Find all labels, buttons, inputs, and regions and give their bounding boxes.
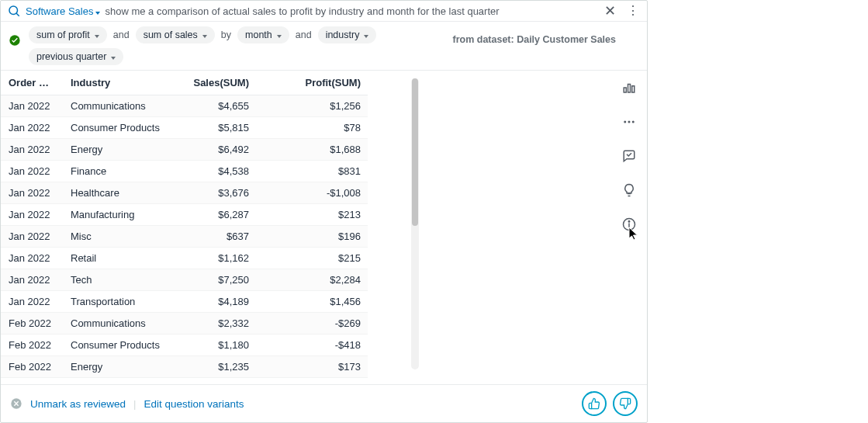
table-scroll[interactable]: Order D… Industry Sales(SUM) Profit(SUM)… [1,71,368,384]
svg-rect-3 [628,85,631,93]
cell: $6,492 [175,139,257,161]
edit-variants-link[interactable]: Edit question variants [144,398,244,410]
chip-label: month [245,29,272,40]
chip-label: sum of profit [36,29,90,40]
table-row[interactable]: Jan 2022Misc$637$196 [1,226,368,248]
separator: | [133,398,136,410]
more-options-button[interactable] [618,111,640,133]
caret-down-icon [109,51,116,62]
cell: $1,688 [257,139,368,161]
cell: $1,162 [175,248,257,269]
cell: Feb 2022 [1,356,63,378]
table-row[interactable]: Jan 2022Manufacturing$6,287$213 [1,204,368,226]
topic-label: Software Sales [26,5,93,17]
table-row[interactable]: Feb 2022Communications$2,332-$269 [1,313,368,335]
close-button[interactable]: ✕ [600,4,621,18]
unmark-x-icon[interactable] [10,397,22,410]
connector-and-2: and [294,29,313,40]
caret-down-icon [275,29,282,40]
chip-industry[interactable]: industry [318,26,377,43]
cell: -$269 [257,313,368,335]
cell: Communications [63,95,175,117]
cell: $637 [175,226,257,248]
q-logo-icon [7,4,21,18]
dataset-label: from dataset: Daily Customer Sales [453,26,640,45]
thumbs-up-button[interactable] [582,391,607,416]
cell: Jan 2022 [1,95,63,117]
feedback-button[interactable] [618,145,640,167]
cell: Feb 2022 [1,313,63,335]
cell: Jan 2022 [1,161,63,182]
chip-sum-of-sales[interactable]: sum of sales [136,26,215,43]
feedback-thumbs [582,391,638,416]
cell: Finance [63,161,175,182]
interpretation-row: sum of profit and sum of sales by month … [1,22,647,71]
table-row[interactable]: Jan 2022Consumer Products$5,815$78 [1,117,368,139]
cell: Consumer Products [63,117,175,139]
query-token-underlined[interactable]: profit [290,5,313,17]
query-token-underlined[interactable]: actual sales [223,5,276,17]
cell: Healthcare [63,182,175,204]
table-row[interactable]: Jan 2022Transportation$4,189$1,456 [1,291,368,313]
cell: $3,676 [175,182,257,204]
table-row[interactable]: Feb 2022Energy$1,235$173 [1,356,368,378]
table-row[interactable]: Jan 2022Retail$1,162$215 [1,248,368,269]
col-profit-sum[interactable]: Profit(SUM) [257,71,368,95]
unmark-reviewed-link[interactable]: Unmark as reviewed [30,398,126,410]
cell: Jan 2022 [1,117,63,139]
chip-previous-quarter[interactable]: previous quarter [29,48,123,65]
cell: Energy [63,139,175,161]
chip-label: industry [326,29,360,40]
cell: -$418 [257,335,368,356]
cell: $173 [257,356,368,378]
kebab-menu-icon[interactable]: ⋮ [625,5,641,17]
cell: Energy [63,356,175,378]
cell: $7,250 [175,269,257,291]
cell: Misc [63,226,175,248]
col-industry[interactable]: Industry [63,71,175,95]
query-token-underlined[interactable]: month [386,5,414,17]
cell: Jan 2022 [1,139,63,161]
topic-select[interactable]: Software Sales [26,5,100,17]
caret-down-icon [95,5,100,17]
footer-bar: Unmark as reviewed | Edit question varia… [1,384,647,422]
thumbs-down-button[interactable] [613,391,638,416]
cell: Consumer Products [63,335,175,356]
cell: $215 [257,248,368,269]
cell: Jan 2022 [1,226,63,248]
chart-type-button[interactable] [618,77,640,99]
scrollbar-thumb[interactable] [412,78,418,226]
chip-sum-of-profit[interactable]: sum of profit [29,26,107,43]
chip-label: previous quarter [36,51,106,62]
query-token-underlined[interactable]: quarter [467,5,499,17]
table-row[interactable]: Jan 2022Finance$4,538$831 [1,161,368,182]
table-row[interactable]: Feb 2022Consumer Products$1,180-$418 [1,335,368,356]
q-panel: Software Sales show me a comparison of a… [0,0,648,423]
scrollbar-track[interactable] [411,78,419,369]
table-row[interactable]: Jan 2022Healthcare$3,676-$1,008 [1,182,368,204]
chip-month[interactable]: month [237,26,289,43]
table-row[interactable]: Jan 2022Energy$6,492$1,688 [1,139,368,161]
svg-point-7 [632,121,635,123]
cell: -$1,008 [257,182,368,204]
table-row[interactable]: Jan 2022Communications$4,655$1,256 [1,95,368,117]
cell: Retail [63,248,175,269]
query-token-underlined[interactable]: industry [329,5,365,17]
table-row[interactable]: Feb 2022Finance$8,910$1,400 [1,378,368,385]
caret-down-icon [93,29,99,40]
side-actions [611,71,647,384]
query-text[interactable]: show me a comparison of actual sales to … [105,5,595,17]
col-sales-sum[interactable]: Sales(SUM) [175,71,257,95]
cell: Jan 2022 [1,291,63,313]
cell: $196 [257,226,368,248]
info-button[interactable] [618,213,640,235]
col-order-date[interactable]: Order D… [1,71,63,95]
connector-by: by [220,29,233,40]
table-row[interactable]: Jan 2022Tech$7,250$2,284 [1,269,368,291]
cell: Feb 2022 [1,335,63,356]
insight-button[interactable] [618,179,640,201]
cell: Finance [63,378,175,385]
cell: $4,189 [175,291,257,313]
check-circle-icon [9,34,21,49]
cell: Tech [63,269,175,291]
